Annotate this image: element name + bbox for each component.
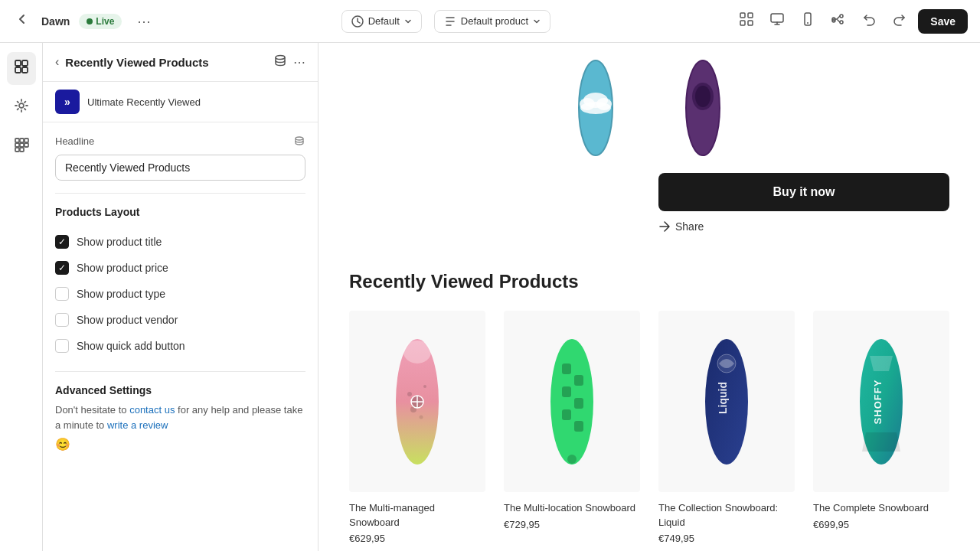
product-card-1[interactable]: The Multi-managed Snowboard €629,95	[349, 311, 485, 544]
svg-rect-18	[24, 139, 28, 142]
svg-rect-4	[748, 21, 753, 25]
checkbox-row-price[interactable]: Show product price	[55, 255, 305, 281]
svg-rect-23	[20, 148, 24, 152]
svg-point-25	[296, 137, 303, 140]
product-card-3[interactable]: Liquid The Collection Snowboard: Liquid …	[658, 311, 795, 544]
product-price-2: €729,95	[504, 519, 640, 530]
svg-marker-59	[870, 356, 893, 371]
advanced-title: Advanced Settings	[55, 384, 305, 396]
products-grid: The Multi-managed Snowboard €629,95	[349, 311, 949, 544]
svg-text:SHOFFY: SHOFFY	[872, 379, 884, 424]
svg-rect-5	[771, 14, 783, 22]
product-image-4: SHOFFY	[813, 311, 949, 492]
svg-rect-20	[20, 143, 24, 147]
checkbox-row-vendor[interactable]: Show product vendor	[55, 307, 305, 333]
buy-btn-container: Buy it now Share	[658, 173, 949, 233]
top-snowboard-1	[569, 58, 622, 158]
svg-rect-2	[748, 13, 753, 18]
checkbox-row-type[interactable]: Show product type	[55, 281, 305, 307]
svg-point-38	[403, 341, 431, 364]
share-row[interactable]: Share	[658, 220, 949, 233]
plugin-row: » Ultimate Recently Viewed	[43, 82, 318, 122]
svg-rect-50	[574, 398, 583, 409]
svg-rect-49	[562, 386, 571, 397]
desktop-icon-button[interactable]	[765, 7, 789, 35]
svg-rect-21	[24, 143, 28, 147]
products-layout-section: Products Layout Show product title Show …	[43, 194, 318, 371]
checkbox-show-quick-add[interactable]	[55, 339, 69, 353]
checkbox-show-type[interactable]	[55, 287, 69, 301]
store-name: Dawn	[41, 15, 70, 28]
svg-point-8	[840, 15, 843, 18]
sections-icon-button[interactable]	[7, 52, 36, 85]
panel-header-left: ‹ Recently Viewed Products	[55, 55, 209, 69]
topbar-center: Default Default product	[341, 10, 550, 33]
redo-button[interactable]	[887, 7, 912, 35]
plugin-name: Ultimate Recently Viewed	[87, 96, 201, 108]
recently-viewed-section: Recently Viewed Products	[318, 248, 980, 551]
svg-rect-11	[15, 60, 21, 66]
svg-point-7	[807, 22, 808, 24]
headline-input[interactable]	[55, 155, 305, 181]
svg-rect-16	[15, 139, 19, 142]
settings-icon-button[interactable]	[7, 91, 36, 124]
svg-point-32	[580, 102, 611, 114]
svg-point-53	[567, 455, 577, 464]
snowboard-svg-2	[537, 333, 606, 471]
product-price-3: €749,95	[658, 533, 795, 544]
product-image-2	[504, 311, 640, 492]
product-name-2: The Multi-location Snowboard	[504, 501, 640, 515]
recently-viewed-title: Recently Viewed Products	[349, 271, 949, 292]
select-icon-button[interactable]	[734, 7, 759, 35]
checkbox-show-price[interactable]	[55, 261, 69, 275]
review-link[interactable]: write a review	[107, 419, 168, 431]
svg-rect-19	[15, 143, 19, 147]
svg-point-46	[550, 339, 593, 465]
product-price-4: €699,95	[813, 519, 949, 530]
panel-more-button[interactable]: ⋯	[293, 55, 305, 70]
save-button[interactable]: Save	[918, 9, 968, 34]
svg-point-36	[695, 86, 710, 107]
back-button[interactable]	[12, 9, 32, 33]
product-dropdown[interactable]: Default product	[434, 10, 550, 33]
snowboard-svg-4: SHOFFY	[847, 333, 916, 471]
emoji: 😊	[55, 435, 305, 454]
top-images	[318, 43, 980, 158]
live-badge: Live	[79, 14, 122, 29]
checkbox-row-quick-add[interactable]: Show quick add button	[55, 333, 305, 359]
panel-header: ‹ Recently Viewed Products ⋯	[43, 43, 318, 82]
svg-rect-47	[562, 364, 571, 374]
share-icon-button[interactable]	[826, 7, 851, 35]
topbar: Dawn Live ⋯ Default Default product	[0, 0, 980, 43]
checkbox-show-title[interactable]	[55, 235, 69, 249]
svg-rect-14	[22, 67, 28, 73]
apps-icon-button[interactable]	[7, 130, 36, 163]
product-price-1: €629,95	[349, 533, 485, 544]
product-card-4[interactable]: SHOFFY The Complete Snowboard €699,95	[813, 311, 949, 544]
svg-rect-48	[574, 375, 583, 386]
snowboard-svg-3: Liquid	[692, 333, 761, 471]
advanced-section: Advanced Settings Don't hesitate to cont…	[43, 372, 318, 466]
topbar-right: Save	[734, 7, 968, 35]
undo-button[interactable]	[857, 7, 881, 35]
theme-dropdown[interactable]: Default	[341, 10, 422, 33]
buy-it-now-button[interactable]: Buy it now	[658, 173, 949, 211]
contact-link[interactable]: contact us	[129, 404, 175, 416]
product-card-2[interactable]: The Multi-location Snowboard €729,95	[504, 311, 640, 544]
svg-rect-52	[574, 421, 583, 432]
panel-back-button[interactable]: ‹	[55, 55, 59, 69]
panel-header-right: ⋯	[273, 54, 305, 70]
topbar-more-button[interactable]: ⋯	[131, 10, 157, 33]
product-image-1	[349, 311, 485, 492]
svg-rect-13	[15, 67, 21, 73]
svg-rect-1	[740, 13, 745, 18]
mobile-icon-button[interactable]	[795, 7, 820, 35]
sidebar-icons	[0, 43, 43, 551]
main-layout: ‹ Recently Viewed Products ⋯ » Ultimate …	[0, 43, 980, 551]
panel-db-button[interactable]	[273, 54, 287, 70]
headline-section: Headline	[43, 122, 318, 193]
checkbox-row-title[interactable]: Show product title	[55, 229, 305, 255]
top-snowboard-2	[676, 58, 730, 158]
svg-rect-3	[740, 21, 745, 25]
checkbox-show-vendor[interactable]	[55, 313, 69, 327]
